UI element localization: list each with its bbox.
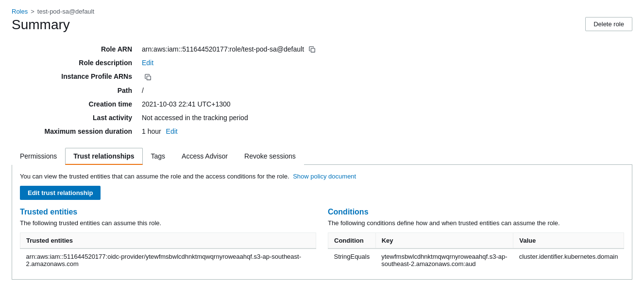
info-bar: You can view the trusted entities that c…	[20, 173, 624, 180]
condition-col-header: Condition	[328, 232, 376, 249]
last-activity-value: Not accessed in the tracking period	[138, 111, 632, 125]
conditions-table: Condition Key Value StringEquals ytewfms…	[328, 232, 624, 271]
conditions-desc: The following conditions define how and …	[328, 219, 624, 227]
max-session-text: 1 hour	[142, 127, 161, 135]
copy-arn-icon[interactable]	[309, 46, 316, 53]
trusted-entities-col-header: Trusted entities	[20, 232, 316, 249]
instance-profile-value	[138, 70, 632, 83]
breadcrumb-current: test-pod-sa@default	[37, 8, 94, 15]
role-arn-text: arn:aws:iam::511644520177:role/test-pod-…	[142, 45, 304, 53]
breadcrumb-separator: >	[31, 8, 34, 15]
show-policy-link[interactable]: Show policy document	[293, 173, 356, 180]
table-row: arn:aws:iam::511644520177:oidc-provider/…	[20, 249, 316, 271]
instance-profile-label: Instance Profile ARNs	[12, 70, 138, 83]
max-session-label: Maximum session duration	[12, 125, 138, 138]
delete-role-button[interactable]: Delete role	[585, 17, 632, 31]
role-description-edit-link[interactable]: Edit	[142, 59, 153, 67]
value-col-header: Value	[513, 232, 624, 249]
tab-trust-relationships[interactable]: Trust relationships	[65, 148, 142, 165]
trusted-entities-header-row: Trusted entities	[20, 232, 316, 249]
trusted-entities-title: Trusted entities	[20, 208, 316, 216]
last-activity-row: Last activity Not accessed in the tracki…	[12, 111, 632, 125]
breadcrumb-roles-link[interactable]: Roles	[12, 8, 28, 15]
condition-cell: StringEquals	[328, 249, 376, 271]
creation-time-value: 2021-10-03 22:41 UTC+1300	[138, 97, 632, 111]
role-arn-row: Role ARN arn:aws:iam::511644520177:role/…	[12, 42, 632, 56]
role-arn-label: Role ARN	[12, 42, 138, 56]
conditions-header-row: Condition Key Value	[328, 232, 624, 249]
conditions-title: Conditions	[328, 208, 624, 216]
page-header: Summary Delete role	[12, 17, 632, 33]
edit-trust-relationship-button[interactable]: Edit trust relationship	[20, 186, 101, 200]
trust-relationships-tab-content: You can view the trusted entities that c…	[12, 165, 632, 280]
role-description-value: Edit	[138, 56, 632, 70]
tab-revoke-sessions[interactable]: Revoke sessions	[236, 148, 304, 165]
max-session-row: Maximum session duration 1 hour Edit	[12, 125, 632, 138]
creation-time-label: Creation time	[12, 97, 138, 111]
trusted-entities-section: Trusted entities The following trusted e…	[20, 208, 316, 271]
summary-table: Role ARN arn:aws:iam::511644520177:role/…	[12, 42, 632, 138]
breadcrumb: Roles > test-pod-sa@default	[12, 8, 632, 15]
copy-instance-profile-icon[interactable]	[145, 74, 152, 81]
last-activity-label: Last activity	[12, 111, 138, 125]
svg-rect-0	[311, 49, 315, 53]
tab-access-advisor[interactable]: Access Advisor	[173, 148, 236, 165]
tab-tags[interactable]: Tags	[143, 148, 174, 165]
trusted-entities-desc: The following trusted entities can assum…	[20, 219, 316, 227]
tabs-container: Permissions Trust relationships Tags Acc…	[12, 148, 632, 165]
value-cell: cluster.identifier.kubernetes.domain	[513, 249, 624, 271]
role-description-label: Role description	[12, 56, 138, 70]
page-title: Summary	[12, 17, 70, 33]
svg-rect-1	[147, 76, 151, 80]
creation-time-row: Creation time 2021-10-03 22:41 UTC+1300	[12, 97, 632, 111]
table-row: StringEquals ytewfmsbwlcdhnktmqwqrnyrowe…	[328, 249, 624, 271]
trusted-entity-value: arn:aws:iam::511644520177:oidc-provider/…	[20, 249, 316, 271]
role-arn-value: arn:aws:iam::511644520177:role/test-pod-…	[138, 42, 632, 56]
role-description-row: Role description Edit	[12, 56, 632, 70]
path-value: /	[138, 84, 632, 97]
path-label: Path	[12, 84, 138, 97]
two-column-layout: Trusted entities The following trusted e…	[20, 208, 624, 271]
tab-permissions[interactable]: Permissions	[12, 148, 65, 165]
trusted-entities-table: Trusted entities arn:aws:iam::5116445201…	[20, 232, 316, 271]
max-session-value: 1 hour Edit	[138, 125, 632, 138]
info-text: You can view the trusted entities that c…	[20, 173, 289, 180]
max-session-edit-link[interactable]: Edit	[166, 127, 178, 135]
key-cell: ytewfmsbwlcdhnktmqwqrnyroweaahqf.s3-ap-s…	[375, 249, 513, 271]
conditions-section: Conditions The following conditions defi…	[328, 208, 624, 271]
instance-profile-row: Instance Profile ARNs	[12, 70, 632, 83]
key-col-header: Key	[375, 232, 513, 249]
path-row: Path /	[12, 84, 632, 97]
